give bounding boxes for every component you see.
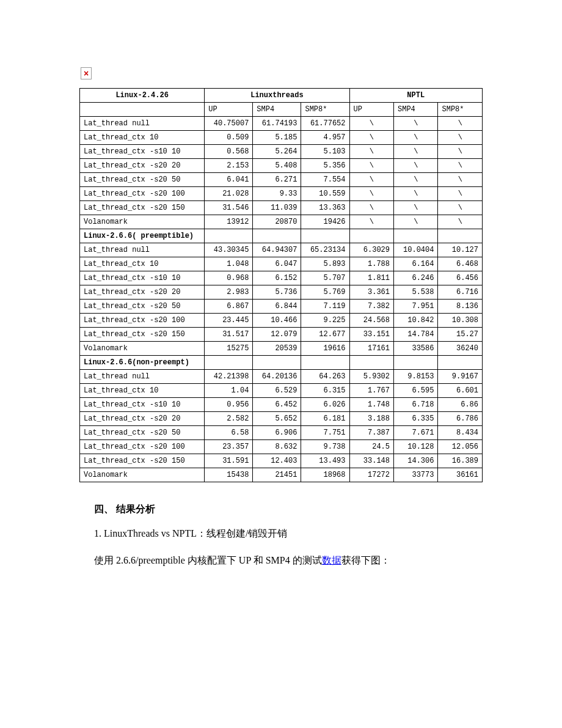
data-cell: 0.509 [205,131,253,145]
p2-text-suffix: 获得下图： [341,555,390,565]
data-cell: 5.893 [301,257,349,271]
data-cell: 6.164 [394,257,438,271]
data-cell: 6.3029 [349,243,393,257]
data-cell: 6.86 [438,398,483,412]
data-cell: 33586 [394,342,438,356]
blank-cell [394,356,438,370]
data-cell: 5.652 [253,412,301,426]
data-cell: 31.546 [205,201,253,215]
row-label: Lat_thread_ctx -s20 100 [80,314,205,328]
data-cell: 5.103 [301,145,349,159]
data-cell: 20870 [253,215,301,229]
data-cell: 10.0404 [394,243,438,257]
data-cell: \ [438,173,483,187]
data-cell: 5.185 [253,131,301,145]
data-cell: \ [394,117,438,131]
blank-cell [349,356,393,370]
data-cell: 10.842 [394,314,438,328]
data-cell: 15.27 [438,328,483,342]
data-cell: 20539 [253,342,301,356]
data-cell: 61.77652 [301,117,349,131]
blank-cell [349,229,393,243]
data-cell: 5.356 [301,159,349,173]
data-cell: 6.047 [253,257,301,271]
data-cell: \ [394,215,438,229]
data-cell: 31.517 [205,328,253,342]
data-cell: \ [349,201,393,215]
data-cell: 6.716 [438,285,483,300]
data-cell: 7.119 [301,300,349,314]
row-label: Lat_thread_ctx -s20 20 [80,412,205,426]
data-cell: 6.786 [438,412,483,426]
paragraph-1: 1. LinuxThreads vs NPTL：线程创建/销毁开销 [94,524,478,543]
blank-cell [253,229,301,243]
data-cell: 6.58 [205,426,253,440]
data-cell: 6.906 [253,426,301,440]
data-cell: 33.151 [349,328,393,342]
row-label: Volanomark [80,468,205,482]
data-cell: 23.357 [205,440,253,454]
col-subheader: SMP8* [438,103,483,117]
data-cell: 3.361 [349,285,393,300]
section-heading: 四、 结果分析 [94,499,478,519]
col-subheader: SMP4 [394,103,438,117]
data-cell: 14.306 [394,454,438,468]
data-cell: 6.468 [438,257,483,271]
row-label: Lat_thread_ctx -s20 50 [80,426,205,440]
data-cell: 33.148 [349,454,393,468]
data-cell: \ [394,131,438,145]
data-link[interactable]: 数据 [322,555,341,565]
section-title: Linux-2.4.26 [80,89,205,103]
data-cell: 10.559 [301,187,349,201]
data-cell: 11.039 [253,201,301,215]
data-cell: 21451 [253,468,301,482]
row-label: Lat_thread_ctx -s20 20 [80,159,205,173]
data-cell: 5.9302 [349,370,393,384]
row-label: Lat_thread_ctx -s20 100 [80,187,205,201]
data-cell: \ [438,159,483,173]
data-cell: 33773 [394,468,438,482]
row-label: Lat_thread_ctx -s10 10 [80,271,205,285]
data-cell: 6.041 [205,173,253,187]
blank-cell [80,103,205,117]
row-label: Lat_thread null [80,370,205,384]
data-cell: 6.844 [253,300,301,314]
data-cell: 9.225 [301,314,349,328]
data-cell: 36161 [438,468,483,482]
data-cell: 12.403 [253,454,301,468]
data-cell: 8.136 [438,300,483,314]
data-cell: 10.308 [438,314,483,328]
data-cell: 65.23134 [301,243,349,257]
data-cell: 6.246 [394,271,438,285]
row-label: Lat_thread_ctx -s10 10 [80,398,205,412]
broken-image-icon: × [81,67,92,79]
row-label: Lat_thread_ctx -s20 150 [80,201,205,215]
data-cell: 1.04 [205,384,253,398]
blank-cell [438,229,483,243]
data-cell: 6.181 [301,412,349,426]
row-label: Lat_thread_ctx -s20 150 [80,328,205,342]
row-label: Lat_thread null [80,117,205,131]
data-cell: 5.736 [253,285,301,300]
p2-text-prefix: 使用 2.6.6/preemptible 内核配置下 UP 和 SMP4 的测试 [94,555,322,565]
data-cell: \ [438,131,483,145]
data-cell: \ [394,159,438,173]
row-label: Lat_thread_ctx -s20 50 [80,173,205,187]
data-cell: \ [438,187,483,201]
data-cell: 7.382 [349,300,393,314]
row-label: Volanomark [80,215,205,229]
data-cell: 15275 [205,342,253,356]
data-cell: 5.408 [253,159,301,173]
data-cell: 6.718 [394,398,438,412]
row-label: Lat_thread_ctx -s20 50 [80,300,205,314]
paragraph-2: 使用 2.6.6/preemptible 内核配置下 UP 和 SMP4 的测试… [94,551,478,570]
data-cell: 3.188 [349,412,393,426]
data-cell: 1.048 [205,257,253,271]
row-label: Lat_thread_ctx -s20 100 [80,440,205,454]
data-cell: 6.026 [301,398,349,412]
data-cell: 0.568 [205,145,253,159]
row-label: Lat_thread null [80,243,205,257]
data-cell: 6.335 [394,412,438,426]
data-cell: 8.632 [253,440,301,454]
blank-cell [301,229,349,243]
